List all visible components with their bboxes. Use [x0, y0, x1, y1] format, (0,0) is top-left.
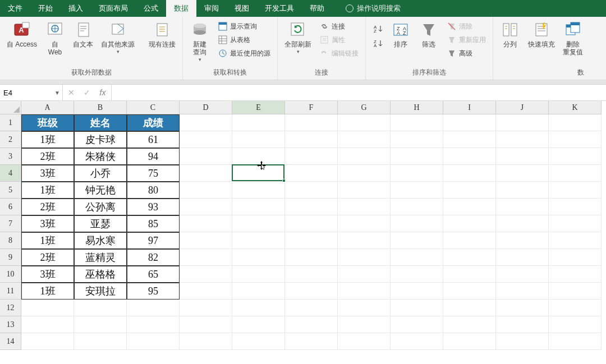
existing-connections-button[interactable]: 现有连接 — [146, 19, 178, 49]
show-queries-button[interactable]: 显示查询 — [215, 20, 273, 33]
cell[interactable] — [180, 249, 232, 266]
row-header-11[interactable]: 11 — [0, 283, 21, 300]
cell[interactable] — [549, 148, 602, 165]
name-box[interactable]: E4 ▼ — [0, 85, 63, 100]
cell[interactable] — [180, 266, 232, 283]
cell[interactable] — [21, 316, 74, 333]
cell[interactable] — [232, 266, 285, 283]
text-to-columns-button[interactable]: 分列 — [498, 19, 522, 49]
cell[interactable] — [391, 165, 443, 182]
table-cell[interactable]: 65 — [127, 266, 180, 283]
tab-数据[interactable]: 数据 — [166, 0, 196, 17]
cell[interactable] — [549, 283, 602, 300]
table-cell[interactable]: 80 — [127, 182, 180, 199]
cell[interactable] — [127, 300, 180, 316]
cell[interactable] — [391, 333, 443, 350]
cell[interactable] — [549, 199, 602, 215]
row-header-6[interactable]: 6 — [0, 199, 21, 215]
cell[interactable] — [338, 165, 391, 182]
cell[interactable] — [285, 266, 338, 283]
table-header[interactable]: 成绩 — [127, 114, 180, 131]
row-header-13[interactable]: 13 — [0, 316, 21, 333]
cell[interactable] — [443, 131, 496, 148]
tell-me-search[interactable]: 操作说明搜索 — [332, 0, 401, 17]
tab-审阅[interactable]: 审阅 — [196, 0, 227, 17]
column-headers[interactable]: ABCDEFGHIJK — [21, 101, 602, 114]
cell[interactable] — [338, 249, 391, 266]
cell[interactable] — [232, 215, 285, 232]
cell[interactable] — [180, 182, 232, 199]
cell[interactable] — [180, 316, 232, 333]
cell[interactable] — [391, 182, 443, 199]
enter-formula-button[interactable]: ✓ — [82, 88, 92, 97]
cell[interactable] — [496, 300, 549, 316]
col-header-F[interactable]: F — [285, 101, 338, 114]
cell[interactable] — [549, 232, 602, 249]
cell[interactable] — [391, 232, 443, 249]
cell[interactable] — [285, 199, 338, 215]
cell[interactable] — [443, 232, 496, 249]
cell[interactable] — [496, 148, 549, 165]
col-header-A[interactable]: A — [21, 101, 74, 114]
cell[interactable] — [443, 114, 496, 131]
from-table-button[interactable]: 从表格 — [215, 34, 273, 46]
row-header-7[interactable]: 7 — [0, 215, 21, 232]
cell[interactable] — [180, 232, 232, 249]
tab-文件[interactable]: 文件 — [0, 0, 30, 17]
cell[interactable] — [391, 266, 443, 283]
cell[interactable] — [496, 199, 549, 215]
cell[interactable] — [127, 333, 180, 350]
cell[interactable] — [232, 182, 285, 199]
table-cell[interactable]: 3班 — [21, 266, 74, 283]
refresh-all-button[interactable]: 全部刷新 ▾ — [282, 19, 314, 55]
properties-button[interactable]: 属性 — [317, 34, 361, 46]
cell[interactable] — [496, 316, 549, 333]
cell[interactable] — [443, 266, 496, 283]
cell[interactable] — [180, 300, 232, 316]
table-cell[interactable]: 安琪拉 — [74, 283, 127, 300]
cell[interactable] — [232, 131, 285, 148]
cell[interactable] — [338, 148, 391, 165]
row-header-3[interactable]: 3 — [0, 148, 21, 165]
table-cell[interactable]: 1班 — [21, 283, 74, 300]
table-cell[interactable]: 82 — [127, 249, 180, 266]
cell[interactable] — [391, 215, 443, 232]
cell[interactable] — [180, 333, 232, 350]
row-header-10[interactable]: 10 — [0, 266, 21, 283]
cell[interactable] — [285, 215, 338, 232]
cell[interactable] — [496, 266, 549, 283]
table-cell[interactable]: 2班 — [21, 199, 74, 215]
col-header-C[interactable]: C — [127, 101, 180, 114]
cell[interactable] — [496, 249, 549, 266]
cell[interactable] — [232, 232, 285, 249]
formula-input[interactable] — [112, 85, 606, 100]
reapply-button[interactable]: 重新应用 — [444, 34, 488, 46]
table-cell[interactable]: 93 — [127, 199, 180, 215]
tab-帮助[interactable]: 帮助 — [302, 0, 332, 17]
table-cell[interactable]: 1班 — [21, 232, 74, 249]
cell[interactable] — [285, 249, 338, 266]
col-header-I[interactable]: I — [443, 101, 496, 114]
clear-filter-button[interactable]: 清除 — [444, 20, 488, 33]
chevron-down-icon[interactable]: ▼ — [54, 90, 60, 96]
cell[interactable] — [391, 131, 443, 148]
cell[interactable] — [391, 249, 443, 266]
edit-links-button[interactable]: 编辑链接 — [317, 47, 361, 59]
col-header-D[interactable]: D — [180, 101, 232, 114]
cell[interactable] — [496, 165, 549, 182]
cell[interactable] — [549, 131, 602, 148]
cell[interactable] — [391, 114, 443, 131]
cell[interactable] — [549, 266, 602, 283]
table-cell[interactable]: 易水寒 — [74, 232, 127, 249]
cell[interactable] — [496, 232, 549, 249]
cell[interactable] — [549, 333, 602, 350]
cell[interactable] — [232, 249, 285, 266]
table-cell[interactable]: 3班 — [21, 165, 74, 182]
cell[interactable] — [338, 333, 391, 350]
col-header-G[interactable]: G — [338, 101, 391, 114]
table-cell[interactable]: 小乔 — [74, 165, 127, 182]
table-cell[interactable]: 朱猪侠 — [74, 148, 127, 165]
filter-button[interactable]: 筛选 — [416, 19, 441, 49]
cell[interactable] — [285, 316, 338, 333]
table-cell[interactable]: 2班 — [21, 148, 74, 165]
